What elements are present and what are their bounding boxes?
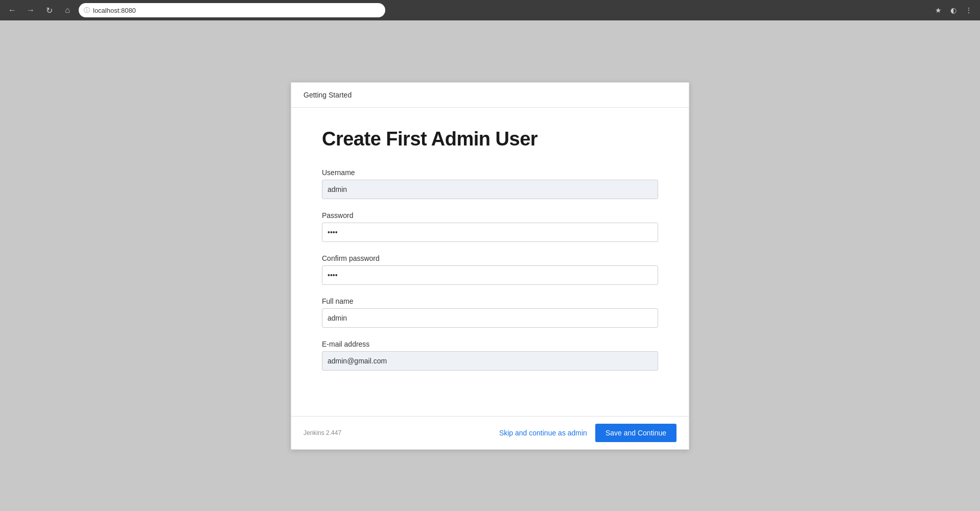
email-label: E-mail address	[322, 340, 658, 348]
fullname-label: Full name	[322, 297, 658, 305]
extensions-icon[interactable]: ◐	[947, 4, 960, 16]
username-input[interactable]	[322, 180, 658, 199]
browser-toolbar-icons: ★ ◐ ⋮	[932, 4, 975, 16]
dialog-header: Getting Started	[291, 83, 689, 108]
password-group: Password	[322, 211, 658, 242]
fullname-group: Full name	[322, 297, 658, 328]
version-label: Jenkins 2.447	[304, 429, 341, 436]
username-label: Username	[322, 168, 658, 177]
star-icon[interactable]: ★	[932, 4, 944, 16]
confirm-password-group: Confirm password	[322, 254, 658, 285]
back-button[interactable]: ←	[5, 3, 19, 17]
fullname-input[interactable]	[322, 308, 658, 328]
footer-actions: Skip and continue as admin Save and Cont…	[499, 424, 676, 442]
page-content: Getting Started Create First Admin User …	[0, 20, 980, 511]
forward-button[interactable]: →	[24, 3, 38, 17]
confirm-password-label: Confirm password	[322, 254, 658, 262]
dialog-body: Create First Admin User Username Passwor…	[291, 108, 689, 416]
menu-icon[interactable]: ⋮	[963, 4, 975, 16]
refresh-button[interactable]: ↻	[42, 3, 56, 17]
save-continue-button[interactable]: Save and Continue	[595, 424, 676, 442]
email-group: E-mail address	[322, 340, 658, 371]
confirm-password-input[interactable]	[322, 265, 658, 285]
dialog-header-label: Getting Started	[304, 91, 352, 99]
dialog-panel: Getting Started Create First Admin User …	[291, 82, 689, 450]
username-group: Username	[322, 168, 658, 199]
url-text: localhost:8080	[93, 7, 136, 14]
dialog-footer: Jenkins 2.447 Skip and continue as admin…	[291, 416, 689, 449]
skip-button[interactable]: Skip and continue as admin	[499, 429, 587, 437]
password-input[interactable]	[322, 223, 658, 242]
email-input[interactable]	[322, 351, 658, 371]
address-bar[interactable]: ⓘ localhost:8080	[79, 3, 385, 17]
lock-icon: ⓘ	[84, 6, 90, 15]
password-label: Password	[322, 211, 658, 220]
home-button[interactable]: ⌂	[60, 3, 75, 17]
browser-chrome: ← → ↻ ⌂ ⓘ localhost:8080 ★ ◐ ⋮	[0, 0, 980, 20]
page-title: Create First Admin User	[322, 128, 658, 150]
